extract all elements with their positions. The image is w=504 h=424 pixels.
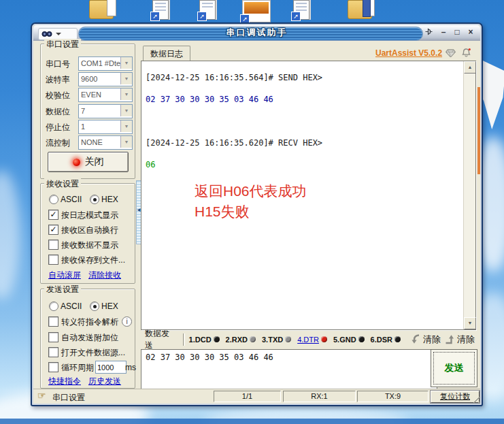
recv-hex-radio[interactable] bbox=[90, 195, 99, 204]
send-button[interactable]: 发送 bbox=[431, 349, 477, 387]
log-recv-header: [2024-12-25 16:16:35.620]# RECV HEX> bbox=[146, 138, 322, 148]
quick-command-link[interactable]: 快捷指令 bbox=[48, 376, 81, 387]
auto-wrap-checkbox[interactable]: ✓ bbox=[48, 225, 58, 235]
radio-label: HEX bbox=[101, 195, 118, 204]
field-label: 波特率 bbox=[46, 74, 70, 86]
stopbits-select[interactable]: 1 ▼ bbox=[78, 120, 133, 134]
led-icon bbox=[394, 336, 401, 342]
field-label: 校验位 bbox=[46, 90, 70, 101]
checkbox-label: 接收数据不显示 bbox=[61, 240, 118, 251]
status-left-label[interactable]: 串口设置 bbox=[52, 392, 85, 404]
led-icon bbox=[285, 336, 291, 342]
checkbox-label: 自动发送附加位 bbox=[61, 332, 118, 344]
arrow-up-icon bbox=[445, 334, 455, 344]
clear-receive-button[interactable]: 清除 bbox=[411, 333, 441, 346]
cycle-send-checkbox[interactable]: ✓ bbox=[48, 362, 58, 372]
escape-parse-checkbox[interactable]: ✓ bbox=[48, 316, 58, 327]
serial-settings-group: 串口设置 串口号 COM1 #Dte ▼ 波特率 9600 ▼ 校验位 EVEN… bbox=[40, 44, 135, 179]
cloud bbox=[0, 170, 20, 299]
parity-select[interactable]: EVEN ▼ bbox=[78, 88, 133, 102]
hide-recv-checkbox[interactable]: ✓ bbox=[48, 240, 58, 250]
maximize-button[interactable]: □ bbox=[452, 27, 463, 38]
field-label: 串口号 bbox=[46, 59, 70, 70]
led-icon bbox=[358, 336, 365, 342]
pin-button[interactable] bbox=[424, 27, 435, 38]
send-data-input[interactable]: 02 37 30 30 30 35 03 46 46 bbox=[141, 349, 437, 393]
radio-label: ASCII bbox=[61, 195, 82, 204]
checkbox-label: 循环周期 bbox=[61, 362, 94, 374]
auto-append-checkbox[interactable]: ✓ bbox=[48, 332, 58, 342]
annotation-text: 返回H06代表成功 H15失败 bbox=[195, 181, 307, 222]
baudrate-select[interactable]: 9600 ▼ bbox=[78, 72, 133, 86]
log-send-header: [2024-12-25 16:16:35.564]# SEND HEX> bbox=[146, 73, 322, 82]
data-send-bar: 数据发送 1.DCD 2.RXD 3.TXD 4.DTR 5.GND 6.DSR… bbox=[141, 330, 475, 348]
minimize-button[interactable]: – bbox=[438, 27, 449, 38]
data-log-area[interactable]: [2024-12-25 16:16:35.564]# SEND HEX> 02 … bbox=[141, 61, 476, 330]
desktop-shortcut-icon[interactable]: ➚ bbox=[199, 0, 216, 20]
send-ascii-radio[interactable] bbox=[49, 301, 58, 311]
dropdown-arrow-icon[interactable]: ▼ bbox=[120, 136, 132, 148]
dropdown-arrow-icon[interactable]: ▼ bbox=[120, 105, 132, 116]
log-mode-checkbox[interactable]: ✓ bbox=[48, 210, 58, 220]
shortcut-arrow-icon: ➚ bbox=[291, 12, 301, 21]
led-icon bbox=[250, 336, 256, 342]
clear-receive-link[interactable]: 清除接收 bbox=[88, 270, 121, 281]
desktop-shortcut-icon[interactable]: ➚ bbox=[152, 0, 169, 20]
save-to-file-checkbox[interactable]: ✓ bbox=[48, 255, 58, 265]
send-settings-group: 发送设置 ASCII HEX ✓ 转义符指令解析 i ✓ 自动发送附加位 ✓ 打… bbox=[40, 289, 135, 389]
log-text: [2024-12-25 16:16:35.564]# SEND HEX> 02 … bbox=[146, 72, 460, 170]
desktop-folder-icon[interactable] bbox=[348, 0, 372, 19]
group-title: 发送设置 bbox=[44, 284, 81, 295]
clear-send-button[interactable]: 清除 bbox=[445, 333, 475, 346]
port-open-led-icon bbox=[73, 159, 80, 166]
desktop-shortcut-icon[interactable]: ➚ bbox=[293, 0, 309, 20]
cycle-period-input[interactable] bbox=[95, 361, 127, 374]
file-source-checkbox[interactable]: ✓ bbox=[48, 347, 58, 357]
info-icon[interactable]: i bbox=[122, 316, 132, 327]
close-button[interactable]: × bbox=[465, 27, 476, 38]
log-send-data: 02 37 30 30 30 35 03 46 46 bbox=[146, 95, 273, 104]
signal-dsr: 6.DSR bbox=[371, 336, 401, 344]
annotation-line1: 返回H06代表成功 bbox=[195, 181, 307, 201]
group-title: 接收设置 bbox=[44, 178, 81, 190]
version-link[interactable]: UartAssist V5.0.2 bbox=[375, 48, 442, 58]
bell-icon[interactable] bbox=[461, 48, 471, 58]
diamond-icon[interactable] bbox=[446, 49, 456, 58]
scroll-up-button[interactable]: ▲ bbox=[464, 61, 476, 74]
dropdown-arrow-icon[interactable]: ▼ bbox=[120, 120, 132, 132]
status-tx-panel: TX:9 bbox=[357, 391, 429, 402]
auto-scroll-link[interactable]: 自动滚屏 bbox=[48, 270, 81, 281]
send-hex-radio[interactable] bbox=[90, 301, 99, 311]
desktop-bottom-strip bbox=[0, 419, 504, 424]
log-scrollbar[interactable]: ▲ ▼ bbox=[463, 61, 475, 329]
uartassist-window: 串口调试助手 – □ × 串口设置 串口号 COM1 #Dte ▼ 波特率 96… bbox=[31, 22, 483, 406]
title-bar[interactable]: 串口调试助手 – □ × bbox=[33, 25, 480, 41]
checkbox-label: 接收区自动换行 bbox=[61, 225, 118, 236]
radio-label: ASCII bbox=[61, 301, 82, 311]
window-edge-marker bbox=[477, 87, 480, 174]
dropdown-arrow-icon[interactable]: ▼ bbox=[120, 73, 132, 84]
tab-data-log[interactable]: 数据日志 bbox=[143, 46, 190, 61]
pin-icon bbox=[424, 27, 433, 36]
close-port-button[interactable]: 关闭 bbox=[48, 152, 129, 172]
desktop-picture-icon[interactable]: ➚ bbox=[242, 0, 271, 22]
desktop-folder-icon[interactable] bbox=[89, 0, 114, 19]
port-select[interactable]: COM1 #Dte ▼ bbox=[78, 56, 133, 71]
flowcontrol-select[interactable]: NONE ▼ bbox=[78, 135, 133, 150]
checkbox-label: 按日志模式显示 bbox=[61, 210, 118, 221]
scroll-down-button[interactable]: ▼ bbox=[464, 317, 476, 329]
dropdown-arrow-icon[interactable]: ▼ bbox=[120, 57, 132, 69]
databits-select[interactable]: 7 ▼ bbox=[78, 104, 133, 118]
pointing-hand-icon: ☞ bbox=[37, 390, 46, 401]
signal-txd: 3.TXD bbox=[262, 336, 291, 344]
recv-ascii-radio[interactable] bbox=[49, 195, 58, 204]
signal-dcd: 1.DCD bbox=[189, 336, 220, 344]
dropdown-arrow-icon[interactable]: ▼ bbox=[120, 88, 132, 100]
led-icon bbox=[321, 336, 327, 342]
receive-settings-group: 接收设置 ASCII HEX ✓ 按日志模式显示 ✓ 接收区自动换行 ✓ 接收数… bbox=[40, 183, 135, 284]
history-send-link[interactable]: 历史发送 bbox=[88, 376, 121, 387]
signal-dtr-link[interactable]: 4.DTR bbox=[297, 336, 327, 344]
window-title: 串口调试助手 bbox=[33, 27, 480, 39]
group-title: 串口设置 bbox=[44, 39, 81, 50]
reset-count-button[interactable]: 复位计数 bbox=[431, 391, 480, 403]
